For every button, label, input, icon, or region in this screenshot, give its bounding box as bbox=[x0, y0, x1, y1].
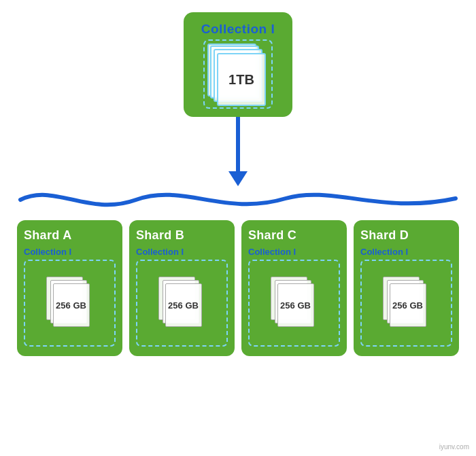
shard-b-docs: 256 GB bbox=[158, 277, 206, 330]
shard-c-docs: 256 GB bbox=[271, 277, 318, 330]
shard-b-collection-label: Collection I bbox=[136, 247, 184, 257]
shard-c-doc1: 256 GB bbox=[277, 283, 314, 327]
shard-a-box: Shard A Collection I 256 GB bbox=[17, 220, 122, 356]
arrow-line-vertical bbox=[236, 117, 240, 171]
shard-d-collection-label: Collection I bbox=[360, 247, 408, 257]
shard-d-docs: 256 GB bbox=[383, 277, 430, 330]
shard-b-label: Shard B bbox=[136, 228, 184, 243]
shard-b-doc1: 256 GB bbox=[165, 283, 202, 327]
shard-d-doc1: 256 GB bbox=[390, 283, 426, 327]
shard-d-label: Shard D bbox=[360, 228, 409, 243]
docs-stack-top: 1TB bbox=[207, 43, 269, 105]
top-collection-size: 1TB bbox=[228, 72, 254, 88]
shard-b-box: Shard B Collection I 256 GB bbox=[129, 220, 235, 356]
shard-a-label: Shard A bbox=[24, 228, 71, 243]
shard-a-inner: 256 GB bbox=[24, 260, 116, 347]
shard-b-inner: 256 GB bbox=[136, 260, 228, 347]
collection-top-label: Collection I bbox=[201, 22, 275, 37]
shard-a-doc1: 256 GB bbox=[53, 283, 90, 327]
shard-a-collection-label: Collection I bbox=[24, 247, 71, 257]
shards-row: Shard A Collection I 256 GB Shard B Coll… bbox=[3, 220, 473, 356]
collection-top-box: Collection I 1TB bbox=[184, 12, 292, 117]
shard-c-inner: 256 GB bbox=[248, 260, 340, 347]
shard-c-label: Shard C bbox=[248, 228, 296, 243]
watermark: iyunv.com bbox=[439, 443, 469, 451]
shard-a-size: 256 GB bbox=[56, 300, 86, 311]
main-diagram: Collection I 1TB Shard A Collection I bbox=[0, 0, 476, 456]
shard-d-inner: 256 GB bbox=[360, 260, 452, 347]
shard-d-box: Shard D Collection I 256 GB bbox=[354, 220, 459, 356]
shard-b-size: 256 GB bbox=[168, 300, 199, 311]
shard-a-docs: 256 GB bbox=[46, 277, 94, 330]
wavy-line-container bbox=[0, 179, 476, 220]
shard-c-size: 256 GB bbox=[280, 300, 311, 311]
shard-c-box: Shard C Collection I 256 GB bbox=[241, 220, 347, 356]
wavy-svg bbox=[0, 179, 476, 220]
shard-d-size: 256 GB bbox=[392, 300, 423, 311]
shard-c-collection-label: Collection I bbox=[248, 247, 296, 257]
